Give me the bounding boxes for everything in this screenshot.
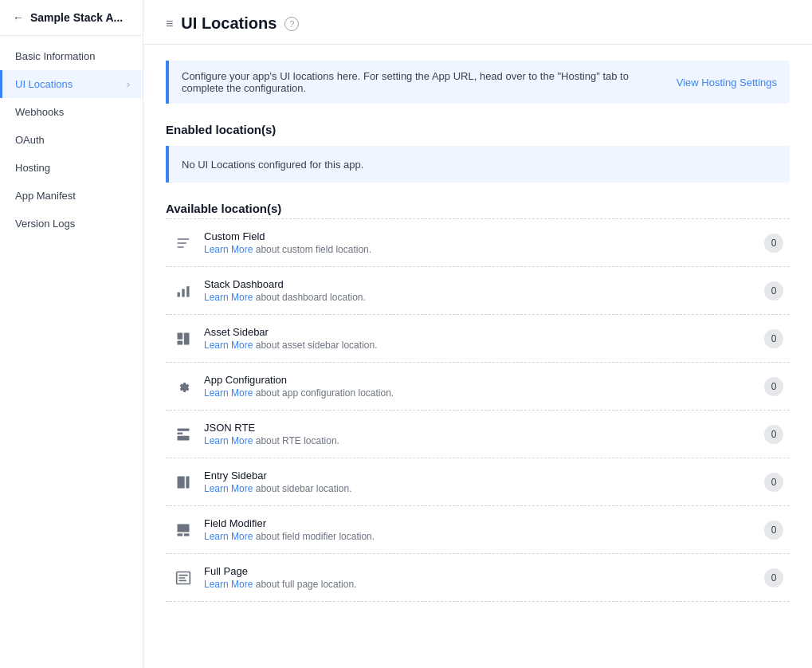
location-learn-more-link-asset-sidebar[interactable]: Learn More — [204, 340, 253, 351]
svg-rect-9 — [178, 428, 190, 430]
svg-rect-0 — [178, 238, 190, 240]
main-content-area: ≡ UI Locations ? Configure your app's UI… — [143, 0, 812, 668]
svg-rect-6 — [178, 332, 183, 339]
sidebar-nav: Basic InformationUI Locations›WebhooksOA… — [0, 36, 143, 668]
location-item-field-modifier[interactable]: Field ModifierLearn More about field mod… — [166, 506, 790, 554]
settings-icon — [172, 375, 194, 398]
location-info-app-configuration: App ConfigurationLearn More about app co… — [204, 374, 755, 399]
location-desc-json-rte: Learn More about RTE location. — [204, 435, 755, 446]
svg-rect-20 — [178, 580, 186, 581]
sidebar-item-hosting[interactable]: Hosting — [0, 154, 143, 182]
custom-field-icon — [172, 232, 194, 254]
location-info-stack-dashboard: Stack DashboardLearn More about dashboar… — [204, 278, 755, 303]
sidebar-item-ui-locations[interactable]: UI Locations› — [0, 70, 143, 98]
location-count-field-modifier: 0 — [764, 521, 783, 540]
svg-rect-8 — [184, 332, 190, 344]
svg-rect-14 — [178, 524, 190, 532]
location-count-stack-dashboard: 0 — [764, 281, 783, 301]
svg-rect-3 — [178, 292, 180, 297]
location-count-json-rte: 0 — [764, 425, 783, 444]
svg-rect-1 — [178, 242, 187, 244]
svg-rect-4 — [182, 289, 184, 297]
location-item-entry-sidebar[interactable]: Entry SidebarLearn More about sidebar lo… — [166, 458, 790, 506]
svg-rect-7 — [178, 340, 183, 344]
info-banner: Configure your app's UI locations here. … — [166, 61, 790, 104]
chevron-right-icon: › — [127, 79, 130, 90]
sidebar-item-label-oauth: OAuth — [15, 134, 45, 146]
sidebar-item-basic-information[interactable]: Basic Information — [0, 42, 143, 70]
location-count-asset-sidebar: 0 — [764, 329, 783, 348]
location-name-asset-sidebar: Asset Sidebar — [204, 326, 755, 338]
field-modifier-icon — [172, 519, 194, 541]
rte-icon — [172, 423, 194, 446]
sidebar-item-label-ui-locations: UI Locations — [15, 78, 73, 90]
back-icon[interactable]: ← — [13, 11, 24, 24]
empty-state-text: No UI Locations configured for this app. — [182, 159, 363, 171]
location-learn-more-link-json-rte[interactable]: Learn More — [204, 435, 253, 446]
location-item-json-rte[interactable]: JSON RTELearn More about RTE location.0 — [166, 411, 790, 458]
sidebar-item-version-logs[interactable]: Version Logs — [0, 210, 143, 238]
location-info-full-page: Full PageLearn More about full page loca… — [204, 565, 755, 590]
location-learn-more-link-stack-dashboard[interactable]: Learn More — [204, 292, 253, 303]
location-info-field-modifier: Field ModifierLearn More about field mod… — [204, 517, 755, 542]
location-name-field-modifier: Field Modifier — [204, 517, 755, 529]
location-name-custom-field: Custom Field — [204, 230, 755, 242]
location-desc-full-page: Learn More about full page location. — [204, 579, 755, 590]
sidebar-item-label-hosting: Hosting — [15, 162, 50, 174]
sidebar-title: Sample Stack A... — [30, 11, 123, 24]
sidebar-item-label-app-manifest: App Manifest — [15, 190, 76, 202]
info-banner-text: Configure your app's UI locations here. … — [182, 70, 664, 94]
location-learn-more-link-app-configuration[interactable]: Learn More — [204, 387, 253, 399]
location-learn-more-link-field-modifier[interactable]: Learn More — [204, 531, 253, 542]
sidebar-item-oauth[interactable]: OAuth — [0, 126, 143, 154]
available-section-heading: Available location(s) — [166, 202, 790, 215]
menu-icon: ≡ — [166, 17, 173, 31]
sidebar-item-app-manifest[interactable]: App Manifest — [0, 182, 143, 210]
svg-rect-5 — [186, 286, 189, 297]
asset-sidebar-icon — [172, 328, 194, 350]
sidebar: ← Sample Stack A... Basic InformationUI … — [0, 0, 143, 668]
sidebar-item-label-version-logs: Version Logs — [15, 218, 75, 230]
view-hosting-settings-link[interactable]: View Hosting Settings — [677, 77, 777, 88]
enabled-section-heading: Enabled location(s) — [166, 123, 790, 136]
sidebar-header: ← Sample Stack A... — [0, 0, 143, 36]
location-item-stack-dashboard[interactable]: Stack DashboardLearn More about dashboar… — [166, 267, 790, 315]
svg-rect-12 — [178, 476, 185, 488]
location-count-app-configuration: 0 — [764, 377, 783, 396]
location-count-full-page: 0 — [764, 568, 783, 587]
location-count-custom-field: 0 — [764, 234, 783, 253]
location-learn-more-link-entry-sidebar[interactable]: Learn More — [204, 483, 253, 494]
location-name-json-rte: JSON RTE — [204, 422, 755, 434]
svg-rect-18 — [178, 574, 188, 576]
location-learn-more-link-full-page[interactable]: Learn More — [204, 579, 253, 590]
location-item-custom-field[interactable]: Custom FieldLearn More about custom fiel… — [166, 219, 790, 267]
location-name-stack-dashboard: Stack Dashboard — [204, 278, 755, 290]
sidebar-item-label-webhooks: Webhooks — [15, 106, 64, 118]
sidebar-item-webhooks[interactable]: Webhooks — [0, 98, 143, 126]
location-item-asset-sidebar[interactable]: Asset SidebarLearn More about asset side… — [166, 315, 790, 363]
sidebar-item-label-basic-information: Basic Information — [15, 50, 95, 62]
svg-rect-15 — [178, 533, 183, 536]
dashboard-icon — [172, 280, 194, 302]
location-desc-asset-sidebar: Learn More about asset sidebar location. — [204, 340, 755, 351]
svg-rect-10 — [178, 432, 183, 434]
page-title: UI Locations — [181, 14, 277, 33]
svg-rect-11 — [178, 435, 190, 440]
location-item-full-page[interactable]: Full PageLearn More about full page loca… — [166, 554, 790, 602]
location-learn-more-link-custom-field[interactable]: Learn More — [204, 244, 253, 255]
location-desc-app-configuration: Learn More about app configuration locat… — [204, 387, 755, 399]
location-info-custom-field: Custom FieldLearn More about custom fiel… — [204, 230, 755, 255]
full-page-icon — [172, 567, 194, 589]
main-content: Configure your app's UI locations here. … — [143, 45, 812, 668]
svg-rect-19 — [178, 577, 185, 579]
location-name-app-configuration: App Configuration — [204, 374, 755, 386]
location-name-entry-sidebar: Entry Sidebar — [204, 470, 755, 481]
location-info-entry-sidebar: Entry SidebarLearn More about sidebar lo… — [204, 470, 755, 494]
entry-sidebar-icon — [172, 471, 194, 493]
location-desc-entry-sidebar: Learn More about sidebar location. — [204, 483, 755, 494]
help-icon[interactable]: ? — [284, 17, 299, 31]
location-desc-field-modifier: Learn More about field modifier location… — [204, 531, 755, 542]
location-item-app-configuration[interactable]: App ConfigurationLearn More about app co… — [166, 363, 790, 411]
location-desc-stack-dashboard: Learn More about dashboard location. — [204, 292, 755, 303]
svg-rect-2 — [178, 246, 184, 248]
